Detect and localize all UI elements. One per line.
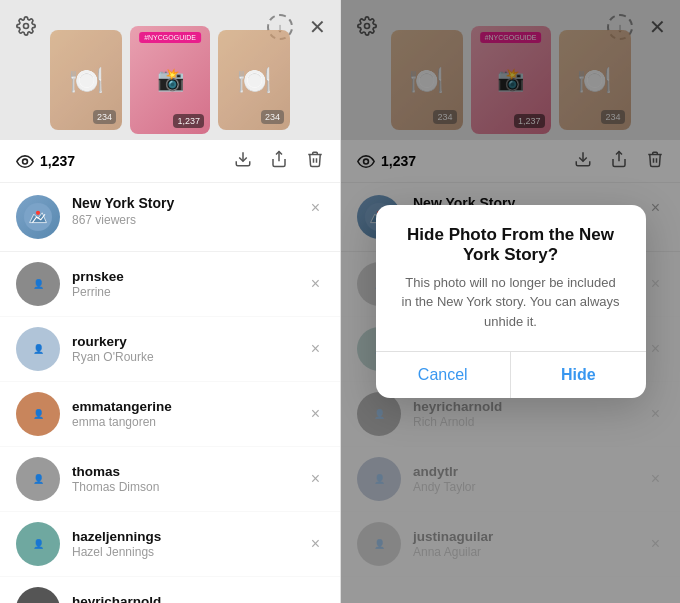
svg-rect-4 [24,203,52,231]
viewer-info-thomas: thomas Thomas Dimson [72,464,307,494]
username-thomas: thomas [72,464,307,479]
right-panel: ↓ ✕ 234 #NYCGOGUIDE 1,237 234 1,237 [340,0,680,603]
viewer-info-rourkery: rourkery Ryan O'Rourke [72,334,307,364]
username-prnskee: prnskee [72,269,307,284]
avatar-rich: 👤 [16,587,60,603]
view-count-left: 1,237 [16,153,226,169]
stats-bar-left: 1,237 [0,140,340,183]
story-info-left: New York Story 867 viewers [72,195,307,227]
download-icon-left[interactable] [234,150,252,172]
story-viewers-left: 867 viewers [72,213,307,227]
story-name-left: New York Story [72,195,307,211]
remove-rourkery[interactable]: × [307,336,324,362]
brooklyn-map-icon [24,203,52,231]
action-icons-left [234,150,324,172]
realname-rourkery: Ryan O'Rourke [72,350,307,364]
list-item: 👤 emmatangerine emma tangoren × [0,382,340,447]
hide-button[interactable]: Hide [511,352,646,398]
thumb-badge-main: 1,237 [173,114,204,128]
realname-emma: emma tangoren [72,415,307,429]
realname-prnskee: Perrine [72,285,307,299]
close-top-icon[interactable]: ✕ [309,15,326,39]
cancel-button[interactable]: Cancel [376,352,511,398]
viewer-info-emma: emmatangerine emma tangoren [72,399,307,429]
share-icon-left[interactable] [270,150,288,172]
remove-hazel[interactable]: × [307,531,324,557]
list-item: 👤 heyricharnold Rich Arnold × [0,577,340,603]
thumb-badge-r: 234 [261,110,284,124]
list-item: 👤 prnskee Perrine × [0,252,340,317]
viewer-info-prnskee: prnskee Perrine [72,269,307,299]
list-item: 👤 hazeljennings Hazel Jennings × [0,512,340,577]
modal-overlay: Hide Photo From the New York Story? This… [341,0,680,603]
avatar-rourkery: 👤 [16,327,60,371]
trash-icon-left[interactable] [306,150,324,172]
username-hazel: hazeljennings [72,529,307,544]
gear-icon[interactable] [16,16,36,40]
left-panel: ↓ ✕ 234 #NYCGOGUIDE 1,237 234 1,237 [0,0,340,603]
thumb-main[interactable]: #NYCGOGUIDE 1,237 [130,26,210,134]
remove-thomas[interactable]: × [307,466,324,492]
list-item: 👤 rourkery Ryan O'Rourke × [0,317,340,382]
eye-icon-left [16,155,34,168]
hide-photo-dialog: Hide Photo From the New York Story? This… [376,205,646,399]
avatar-hazel: 👤 [16,522,60,566]
viewer-info-hazel: hazeljennings Hazel Jennings [72,529,307,559]
realname-thomas: Thomas Dimson [72,480,307,494]
username-rourkery: rourkery [72,334,307,349]
thumb-badge: 234 [93,110,116,124]
viewer-list-left: 👤 prnskee Perrine × 👤 rourkery Ryan O'Ro… [0,252,340,603]
view-count-number-left: 1,237 [40,153,75,169]
svg-point-0 [24,24,29,29]
close-story-left[interactable]: × [307,195,324,221]
avatar-emmatangerine: 👤 [16,392,60,436]
username-rich: heyricharnold [72,594,307,603]
avatar-prnskee: 👤 [16,262,60,306]
realname-hazel: Hazel Jennings [72,545,307,559]
list-item: 👤 thomas Thomas Dimson × [0,447,340,512]
username-emma: emmatangerine [72,399,307,414]
remove-emma[interactable]: × [307,401,324,427]
story-title-row-left: New York Story 867 viewers × [0,183,340,252]
viewer-info-rich: heyricharnold Rich Arnold [72,594,307,603]
story-preview-left: ↓ ✕ 234 #NYCGOGUIDE 1,237 234 [0,0,340,140]
modal-title: Hide Photo From the New York Story? [376,205,646,273]
remove-prnskee[interactable]: × [307,271,324,297]
svg-point-1 [23,159,28,164]
svg-point-5 [36,211,40,215]
avatar-thomas: 👤 [16,457,60,501]
thumb-left: 234 [50,30,122,130]
remove-rich[interactable]: × [307,596,324,603]
story-avatar-left [16,195,60,239]
modal-body: This photo will no longer be included in… [376,273,646,352]
modal-actions: Cancel Hide [376,352,646,398]
thumb-right: 234 [218,30,290,130]
thumb-label: #NYCGOGUIDE [139,32,201,43]
